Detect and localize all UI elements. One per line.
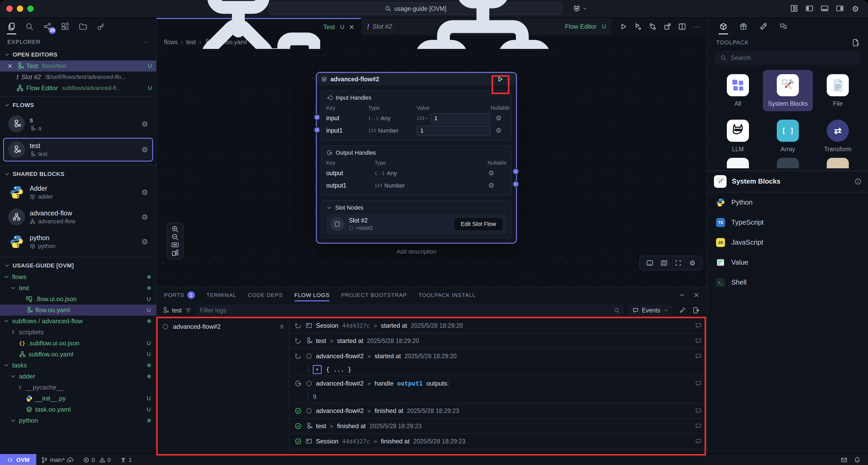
- search-view-icon[interactable]: [24, 20, 35, 33]
- tree-item[interactable]: __init__.py U: [0, 393, 156, 404]
- panel-tab[interactable]: CODE DEPS: [248, 287, 283, 303]
- feedback-icon[interactable]: [841, 457, 847, 463]
- log-row[interactable]: advanced-flow#2 » handle output1 outputs…: [289, 376, 707, 403]
- editor-tab[interactable]: Test U: [157, 18, 361, 35]
- minimap-icon[interactable]: [660, 259, 668, 267]
- assistant-menu[interactable]: [572, 4, 587, 13]
- section-project[interactable]: USAGE-GUIDE [OVM]: [0, 260, 156, 271]
- value-input[interactable]: 1: [417, 125, 491, 136]
- log-row[interactable]: test » started at 2025/5/28 18:29:20: [289, 333, 707, 349]
- slot-node-item[interactable]: Slot #2 +slot#2 Edit Slot Flow: [326, 214, 506, 234]
- log-row[interactable]: Session 44d4327c » finished at 2025/5/28…: [289, 434, 707, 449]
- system-block-item[interactable]: TS TypeScript: [708, 212, 868, 233]
- gift-view-icon[interactable]: [738, 20, 749, 33]
- open-editor-item[interactable]: Flow Editor subflows/advanced-fl... U: [0, 83, 156, 94]
- tree-item[interactable]: adder: [0, 371, 156, 382]
- toolpack-view-icon[interactable]: [718, 20, 729, 33]
- ports-status[interactable]: 1: [115, 457, 136, 463]
- explorer-view-icon[interactable]: [6, 20, 17, 33]
- comment-icon[interactable]: [695, 438, 702, 445]
- toolpack-category-llm[interactable]: LLM: [713, 115, 763, 157]
- run-icon[interactable]: [619, 23, 627, 30]
- toolpack-category-transform[interactable]: ⇄ Transform: [813, 115, 863, 157]
- toggle-panel-icon[interactable]: [646, 259, 653, 267]
- zoom-out-icon[interactable]: [171, 233, 179, 241]
- auto-layout-icon[interactable]: [171, 249, 179, 257]
- tree-item[interactable]: task.oo.yaml U: [0, 404, 156, 415]
- expand-icon[interactable]: [313, 365, 322, 374]
- events-dropdown[interactable]: Events: [628, 304, 673, 316]
- comment-icon[interactable]: [695, 407, 702, 414]
- customize-layout-icon[interactable]: [790, 4, 798, 12]
- panel-tab[interactable]: PROJECT BOOTSTRAP: [341, 287, 407, 303]
- toolpack-category-system-blocks[interactable]: System Blocks: [763, 70, 813, 111]
- editor-tab[interactable]: ! Slot #2: [361, 18, 398, 35]
- toolpack-category-array[interactable]: [ ] Array: [763, 115, 813, 157]
- open-external-icon[interactable]: [663, 23, 671, 30]
- tree-item[interactable]: tasks: [0, 360, 156, 371]
- new-toolpack-icon[interactable]: [852, 39, 860, 47]
- node-run-icon[interactable]: [497, 76, 503, 83]
- gear-icon[interactable]: ⚙: [142, 213, 148, 222]
- log-detail[interactable]: { ... }: [294, 364, 702, 376]
- fullscreen-icon[interactable]: [675, 259, 682, 267]
- flows-view-icon[interactable]: 39: [42, 20, 53, 33]
- minimize-window-button[interactable]: [17, 5, 23, 12]
- gear-icon[interactable]: ⚙: [491, 114, 506, 122]
- filter-list-icon[interactable]: [185, 307, 192, 314]
- node-header[interactable]: advanced-flow#2 ··: [317, 73, 516, 86]
- flow-canvas[interactable]: advanced-flow#2 ·· Input Handles Key Typ…: [157, 49, 707, 287]
- panel-tab[interactable]: PORTS 1: [164, 287, 195, 303]
- system-block-item[interactable]: JS JavaScript: [708, 233, 868, 253]
- settings-gear-icon[interactable]: ⚙: [851, 4, 860, 13]
- git-compare-icon[interactable]: [649, 23, 657, 30]
- git-branch-status[interactable]: main*: [36, 457, 78, 463]
- toggle-panel-icon[interactable]: [821, 4, 829, 12]
- node-more-icon[interactable]: ··: [506, 76, 512, 83]
- clear-logs-icon[interactable]: [679, 307, 686, 314]
- gear-icon[interactable]: ⚙: [491, 126, 506, 135]
- comment-icon[interactable]: [695, 380, 702, 387]
- gear-icon[interactable]: ⚙: [476, 169, 506, 177]
- input-port[interactable]: [314, 114, 320, 121]
- output-port[interactable]: [512, 181, 519, 187]
- chevron-down-icon[interactable]: [326, 205, 332, 211]
- comment-icon[interactable]: [695, 353, 702, 359]
- log-row[interactable]: Session 44d4327c » started at 2025/5/28 …: [289, 318, 707, 333]
- shared-block-card[interactable]: Adder adder ⚙: [3, 181, 153, 204]
- split-editor-icon[interactable]: [678, 23, 686, 30]
- flow-node-advanced-flow-2[interactable]: advanced-flow#2 ·· Input Handles Key Typ…: [316, 72, 517, 255]
- log-detail[interactable]: 9: [294, 391, 702, 403]
- notifications-bell-icon[interactable]: [854, 457, 861, 463]
- toggle-secondary-sidebar-icon[interactable]: [836, 4, 844, 12]
- tab-close-icon[interactable]: [348, 24, 355, 30]
- section-open-editors[interactable]: OPEN EDITORS: [0, 49, 156, 60]
- tree-item[interactable]: test: [0, 283, 156, 293]
- export-logs-icon[interactable]: [692, 307, 700, 314]
- section-shared-blocks[interactable]: SHARED BLOCKS: [0, 168, 156, 180]
- system-block-item[interactable]: Value: [708, 253, 868, 272]
- flow-card[interactable]: s a ⚙: [3, 112, 153, 136]
- open-editor-item[interactable]: Test flows/test U: [0, 60, 156, 71]
- gear-icon[interactable]: ⚙: [142, 145, 148, 154]
- window-controls[interactable]: [0, 5, 40, 12]
- maximize-window-button[interactable]: [27, 5, 34, 12]
- tree-item[interactable]: .flow.ui.oo.json U: [0, 293, 156, 304]
- log-row[interactable]: advanced-flow#2 » finished at 2025/5/28 …: [289, 403, 707, 419]
- gear-icon[interactable]: ⚙: [476, 181, 506, 190]
- log-row[interactable]: advanced-flow#2 » started at 2025/5/28 1…: [289, 349, 707, 376]
- tree-item[interactable]: scriptlets: [0, 327, 156, 338]
- value-input[interactable]: 1: [431, 113, 491, 124]
- output-port[interactable]: [512, 168, 519, 175]
- gear-icon[interactable]: ⚙: [142, 188, 148, 197]
- shared-block-card[interactable]: advanced-flow advanced-flow ⚙: [3, 206, 153, 228]
- toolpack-category-file[interactable]: File: [813, 70, 863, 111]
- fit-view-icon[interactable]: [171, 241, 179, 249]
- tree-item[interactable]: flow.oo.yaml U: [0, 304, 156, 316]
- more-actions-icon[interactable]: ···: [693, 23, 701, 30]
- log-scope[interactable]: test: [162, 307, 192, 314]
- canvas-settings-icon[interactable]: ⚙: [689, 259, 696, 267]
- tree-item[interactable]: subflow.oo.yaml U: [0, 349, 156, 360]
- comment-icon[interactable]: [695, 338, 702, 344]
- panel-tab[interactable]: TERMINAL: [206, 287, 236, 303]
